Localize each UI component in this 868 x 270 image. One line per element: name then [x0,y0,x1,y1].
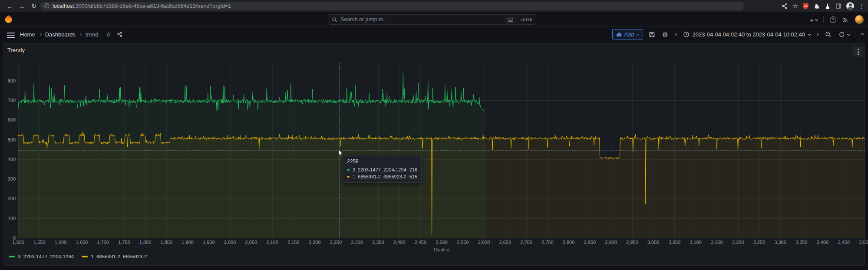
x-tick-label: 2,200 [309,240,321,245]
address-bar[interactable]: ⓘ localhost:3000/d/b8b7d389-d9eb-48ce-a6… [40,2,744,10]
browser-back-icon[interactable]: ← [4,1,15,11]
grafana-logo[interactable] [4,15,13,23]
side-panel-icon[interactable] [835,3,842,9]
x-tick-label: 3,100 [690,240,702,245]
zoom-out-time-icon[interactable] [824,29,833,40]
favorite-star-icon[interactable]: ☆ [106,31,111,38]
browser-forward-icon[interactable]: → [17,1,27,11]
x-axis-labels: 1,5001,5501,6001,6501,7001,7501,8001,850… [18,240,865,246]
new-menu-button[interactable]: + [810,16,817,23]
keyboard-icon [505,17,515,23]
x-tick-label: 2,600 [478,240,490,245]
tooltip-title: 2258 [347,158,417,165]
x-tick-label: 2,750 [541,240,554,245]
ublock-extension-icon[interactable]: uO [803,3,809,9]
y-tick-label: 700 [0,98,16,103]
search-input[interactable] [340,16,502,23]
browser-bar: ← → ↻ ⓘ localhost:3000/d/b8b7d389-d9eb-4… [0,0,868,12]
x-tick-label: 2,950 [626,240,638,245]
dashboard-settings-icon[interactable]: ⚙ [661,29,669,40]
breadcrumb-separator [79,33,82,36]
x-tick-label: 2,000 [224,240,236,245]
x-tick-label: 1,550 [33,240,46,245]
time-shift-back-icon[interactable] [674,29,679,40]
browser-reload-icon[interactable]: ↻ [29,1,39,11]
y-tick-label: 200 [0,196,16,201]
x-tick-label: 2,850 [584,240,596,245]
time-range-picker[interactable]: 2023-04-04 04:02:40 to 2023-04-04 10:02:… [683,31,811,38]
x-tick-label: 2,900 [605,240,617,245]
x-tick-label: 3,150 [711,240,723,245]
url-text: localhost:3000/d/b8b7d389-d9eb-48ce-a613… [53,3,231,9]
x-tick-label: 3,200 [732,240,744,245]
legend-item-series-1[interactable]: 3_2203-1477_2204-1294 [9,254,74,259]
y-tick-label: 300 [0,176,16,181]
y-tick-label: 500 [0,137,16,142]
legend-item-series-2[interactable]: 1_6855931-2_6855923-2 [82,254,147,259]
x-tick-label: 3,350 [795,240,808,245]
share-dashboard-icon[interactable] [117,31,123,37]
search-shortcut-label: ctrl+k [520,17,532,22]
x-axis-title: Cycle # [18,247,865,252]
screen: ← → ↻ ⓘ localhost:3000/d/b8b7d389-d9eb-4… [0,0,868,270]
help-icon[interactable]: ? [830,16,836,23]
chart-canvas[interactable] [18,63,865,238]
collapse-toolbar-icon[interactable] [860,29,865,40]
x-tick-label: 1,950 [203,240,215,245]
panel-title: Trendy [7,47,25,53]
browser-profile-avatar[interactable] [846,2,854,10]
legend-swatch [82,256,88,257]
x-tick-label: 1,850 [160,240,172,245]
site-info-icon[interactable]: ⓘ [44,3,50,10]
x-tick-label: 1,500 [12,240,24,245]
news-rss-icon[interactable] [842,16,849,23]
x-tick-label: 2,150 [287,240,300,245]
x-tick-label: 1,650 [76,240,88,245]
tooltip-swatch [347,169,350,171]
time-shift-forward-icon[interactable] [815,29,819,40]
browser-menu-icon[interactable]: ⋮ [859,3,865,10]
x-tick-label: 1,750 [118,240,130,245]
bookmark-star-icon[interactable]: ☆ [792,2,798,10]
x-tick-label: 3,450 [838,240,850,245]
user-avatar[interactable] [855,15,864,24]
tooltip-row: 3_2203-1477_2204-1294 716 [347,167,417,172]
flask-extension-icon[interactable] [825,3,831,10]
x-tick-label: 3,400 [817,240,829,245]
global-search[interactable]: ctrl+k [328,14,536,25]
search-icon [332,17,337,23]
add-panel-button[interactable]: Add [612,29,643,40]
x-tick-label: 2,500 [436,240,448,245]
breadcrumb-dashboards[interactable]: Dashboards [45,31,76,38]
chart-tooltip: 2258 3_2203-1477_2204-1294 716 1_6855931… [343,155,422,183]
y-tick-label: 100 [0,216,16,221]
extensions-puzzle-icon[interactable] [813,3,820,10]
y-tick-label: 600 [0,117,16,122]
breadcrumb-current: trend [86,31,99,38]
y-tick-label: 400 [0,157,16,162]
x-tick-label: 3,000 [647,240,660,245]
breadcrumb-home[interactable]: Home [20,31,35,38]
x-tick-label: 2,100 [266,240,278,245]
panel-menu-icon[interactable] [853,46,863,57]
x-tick-label: 2,300 [351,240,363,245]
x-tick-label: 2,350 [372,240,384,245]
share-icon[interactable] [782,3,788,9]
x-tick-label: 1,600 [55,240,67,245]
tooltip-row: 1_6855931-2_6855923-2 515 [347,174,417,179]
mega-menu-icon[interactable] [7,31,15,39]
panel-header[interactable]: Trendy [4,44,865,57]
tooltip-swatch [347,176,350,178]
x-tick-label: 2,050 [245,240,257,245]
x-tick-label: 1,800 [139,240,152,245]
x-tick-label: 2,250 [330,240,342,245]
refresh-button[interactable] [837,29,851,40]
legend-swatch [9,256,15,257]
clock-icon [683,31,690,38]
x-tick-label: 1,700 [97,240,109,245]
x-tick-label: 2,650 [499,240,511,245]
save-dashboard-icon[interactable] [647,29,657,40]
x-tick-label: 2,800 [563,240,575,245]
x-tick-label: 3,500 [859,240,868,245]
grafana-top-nav: ctrl+k + ? [0,12,868,27]
